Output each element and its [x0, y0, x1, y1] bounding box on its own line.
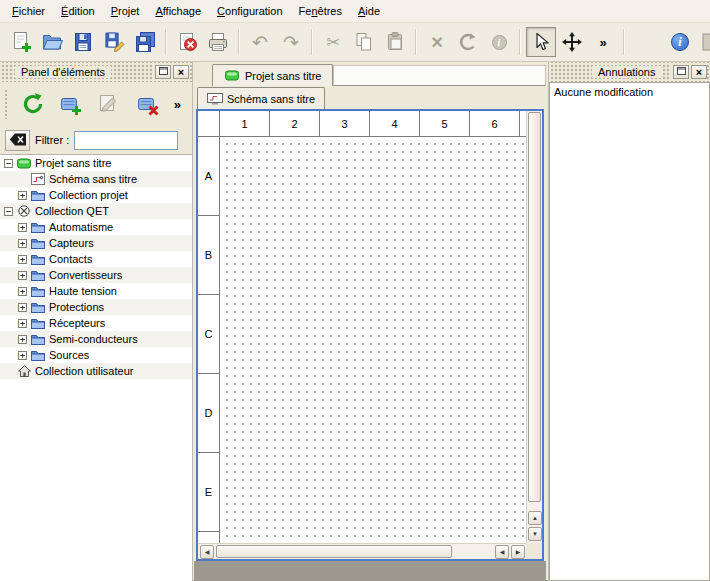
collapse-icon[interactable]: − [4, 207, 13, 216]
tree-item-protections[interactable]: +Protections [0, 299, 192, 315]
elements-panel-titlebar[interactable]: Panel d'éléments × [0, 62, 192, 82]
edit-info-button[interactable]: i [484, 27, 514, 57]
menu-affichage[interactable]: Affichage [147, 2, 209, 20]
menu-fenetres[interactable]: Fenêtres [291, 2, 350, 20]
undo-panel-title: Annulations [592, 66, 662, 78]
paste-button[interactable] [380, 27, 410, 57]
folder-icon [30, 254, 46, 265]
element-tree: −Projet sans titreSchéma sans titre+Coll… [0, 154, 192, 581]
expand-icon[interactable]: + [18, 319, 27, 328]
expand-icon[interactable]: + [18, 335, 27, 344]
undo-panel-titlebar[interactable]: Annulations × [549, 62, 710, 82]
scroll-up-button[interactable]: ▲ [528, 511, 542, 525]
elements-panel-dock: Panel d'éléments × » Filtrer : −Projet s… [0, 62, 193, 581]
column-header-4: 4 [370, 111, 420, 136]
tree-item-capteurs[interactable]: +Capteurs [0, 235, 192, 251]
expand-icon[interactable]: + [18, 223, 27, 232]
tree-item-projet-sans-titre[interactable]: −Projet sans titre [0, 155, 192, 171]
tree-item-convertisseurs[interactable]: +Convertisseurs [0, 267, 192, 283]
clipped-button[interactable] [696, 27, 710, 57]
tree-item-collection-utilisateur[interactable]: Collection utilisateur [0, 363, 192, 379]
close-file-button[interactable] [172, 27, 202, 57]
collapse-icon[interactable]: − [4, 159, 13, 168]
tree-item-schema-sans-titre[interactable]: Schéma sans titre [0, 171, 192, 187]
tree-item-label: Automatisme [49, 221, 113, 233]
undo-button[interactable]: ↶ [245, 27, 275, 57]
cut-icon: ✂ [326, 34, 340, 51]
new-element-button[interactable] [54, 87, 88, 121]
save-all-button[interactable] [130, 27, 160, 57]
tree-item-semi-conducteurs[interactable]: +Semi-conducteurs [0, 331, 192, 347]
rotate-button[interactable] [453, 27, 483, 57]
tabbar-empty-area [333, 65, 546, 86]
expand-icon[interactable]: + [18, 239, 27, 248]
save-as-button[interactable] [99, 27, 129, 57]
project-tabbar: Projet sans titre [194, 62, 546, 86]
tree-item-collection-qet[interactable]: −Collection QET [0, 203, 192, 219]
horizontal-scrollbar[interactable]: ◀ ◀ ▶ [198, 543, 526, 559]
expand-icon[interactable]: + [18, 255, 27, 264]
save-button[interactable] [68, 27, 98, 57]
menu-projet[interactable]: Projet [103, 2, 148, 20]
float-dock-button[interactable] [673, 65, 689, 79]
tab-projet-sans-titre[interactable]: Projet sans titre [212, 64, 333, 86]
tree-item-automatisme[interactable]: +Automatisme [0, 219, 192, 235]
delete-element-button[interactable] [131, 87, 165, 121]
diagram-tab-label: Schéma sans titre [227, 93, 315, 105]
copy-button[interactable] [349, 27, 379, 57]
float-dock-button[interactable] [155, 65, 171, 79]
tab-schema-sans-titre[interactable]: Schéma sans titre [197, 87, 325, 109]
close-dock-button[interactable]: × [173, 65, 189, 79]
cut-button[interactable]: ✂ [318, 27, 348, 57]
print-button[interactable] [203, 27, 233, 57]
menu-configuration[interactable]: Configuration [209, 2, 290, 20]
panel-overflow-button[interactable]: » [169, 87, 186, 121]
scroll-right-button[interactable]: ▶ [511, 545, 525, 559]
reload-collections-button[interactable] [16, 87, 50, 121]
about-button[interactable]: i [665, 27, 695, 57]
expand-icon[interactable]: + [18, 287, 27, 296]
open-file-button[interactable] [37, 27, 67, 57]
scroll-left-button-2[interactable]: ◀ [495, 545, 509, 559]
close-dock-button[interactable]: × [691, 65, 707, 79]
redo-button[interactable]: ↷ [276, 27, 306, 57]
visualisation-mode-button[interactable] [557, 27, 587, 57]
toolbar-overflow-icon: » [599, 36, 606, 49]
expand-icon[interactable]: + [18, 191, 27, 200]
delete-button[interactable]: × [422, 27, 452, 57]
main-toolbar: ↶↷✂×i»i [0, 23, 710, 62]
edit-element-button[interactable] [92, 87, 126, 121]
scroll-left-button[interactable]: ◀ [200, 545, 214, 559]
filter-input[interactable] [74, 131, 178, 150]
tree-item-sources[interactable]: +Sources [0, 347, 192, 363]
tree-item-label: Collection projet [49, 189, 128, 201]
toolbar-group: » [526, 27, 618, 57]
save-icon [72, 31, 94, 53]
tree-item-contacts[interactable]: +Contacts [0, 251, 192, 267]
new-document-button[interactable] [6, 27, 36, 57]
vertical-scrollbar[interactable]: ▲ ▼ [526, 111, 542, 543]
scroll-down-button[interactable]: ▼ [528, 527, 542, 541]
tree-item-recepteurs[interactable]: +Récepteurs [0, 315, 192, 331]
tree-item-collection-projet[interactable]: +Collection projet [0, 187, 192, 203]
undo-empty-text: Aucune modification [554, 86, 705, 98]
mdi-background [194, 561, 546, 581]
folder-icon [30, 190, 46, 201]
diagram-canvas[interactable] [220, 137, 526, 543]
clear-filter-button[interactable] [5, 130, 30, 151]
selection-mode-button[interactable] [526, 27, 556, 57]
row-ruler: ABCDE [198, 137, 220, 543]
expand-icon[interactable]: + [18, 271, 27, 280]
expand-icon[interactable]: + [18, 351, 27, 360]
menu-aide[interactable]: Aide [350, 2, 388, 20]
vertical-scrollbar-thumb[interactable] [528, 112, 541, 502]
menu-fichier[interactable]: Fichier [4, 2, 53, 20]
horizontal-scrollbar-thumb[interactable] [216, 545, 452, 558]
expand-icon[interactable]: + [18, 303, 27, 312]
toolbar-overflow-button[interactable]: » [588, 27, 618, 57]
project-tab-label: Projet sans titre [245, 70, 321, 82]
tree-item-haute-tension[interactable]: +Haute tension [0, 283, 192, 299]
toolbar-handle[interactable] [4, 89, 9, 119]
row-header-e: E [198, 453, 219, 532]
menu-edition[interactable]: Édition [53, 2, 103, 20]
